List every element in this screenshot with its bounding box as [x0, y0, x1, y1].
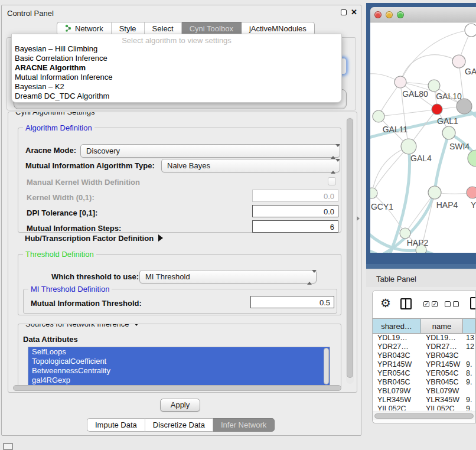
collapse-down-icon[interactable] — [133, 324, 140, 326]
network-node[interactable] — [370, 188, 377, 198]
network-node[interactable] — [468, 150, 476, 167]
network-edge — [379, 109, 437, 116]
list-item[interactable]: TopologicalCoefficient — [28, 357, 330, 366]
network-edge — [405, 193, 435, 233]
table-row[interactable]: YBL079WYBL079W — [373, 387, 475, 396]
network-node[interactable] — [373, 110, 384, 122]
data-attributes-label: Data Attributes — [23, 335, 78, 344]
manual-kernel-width-checkbox[interactable] — [328, 177, 336, 185]
network-node[interactable] — [467, 187, 476, 198]
docked-panel-icon[interactable] — [3, 443, 13, 450]
hub-definition-expander[interactable]: Hub/Transcription Factor Definition — [25, 233, 163, 243]
kernel-width-label: Kernel Width (0,1): — [27, 193, 94, 202]
dropdown-prompt: Select algorithm to view settings — [12, 34, 341, 44]
dpi-tolerance-label: DPI Tolerance [0,1]: — [27, 208, 97, 217]
node-label: GCY1 — [371, 202, 393, 211]
table-row[interactable]: YBR045CYBR045C9. — [373, 378, 475, 387]
aracne-mode-label: Aracne Mode: — [25, 146, 76, 155]
table-row[interactable]: YDR27…YDR27…12 — [373, 343, 475, 351]
expand-right-icon — [158, 234, 163, 242]
dropdown-item-basic-correlation[interactable]: Basic Correlation Inference — [12, 54, 341, 63]
network-node-selected[interactable] — [432, 104, 442, 115]
table-row[interactable]: YLR345WYLR345W9. — [373, 396, 475, 405]
table-row[interactable]: YDL19…YDL19…13 — [373, 334, 475, 343]
mi-algorithm-type-combo[interactable]: Naive Bayes — [161, 159, 340, 172]
deselect-all-checkbox-icon[interactable] — [453, 301, 459, 307]
column-header-shared-name[interactable]: shared… — [373, 319, 421, 333]
dropdown-item-bayesian-hill-climbing[interactable]: Bayesian – Hill Climbing — [12, 44, 341, 54]
column-header-name[interactable]: name — [421, 319, 463, 333]
mi-steps-label: Mutual Information Steps: — [27, 224, 121, 233]
gear-icon[interactable]: ⚙ — [380, 296, 391, 310]
aracne-mode-combo[interactable]: Discovery — [80, 144, 340, 158]
algorithm-definition-group: Algorithm Definition Aracne Mode: Discov… — [18, 128, 341, 233]
combo-stepper-icon — [331, 162, 336, 171]
network-node[interactable] — [401, 139, 416, 154]
close-traffic-light-icon[interactable] — [374, 11, 382, 18]
dpi-tolerance-field[interactable]: 0.0 — [252, 205, 338, 217]
network-canvas[interactable]: GAL GAL80 GAL10 GAL1 GAL11 GAL4 SWI4 HAP… — [370, 22, 476, 253]
column-header-partial[interactable] — [463, 319, 475, 333]
table-row[interactable]: YER054CYER054C8. — [373, 369, 475, 378]
settings-horizontal-scrollbar[interactable] — [12, 385, 344, 392]
table-row[interactable]: YIL052CYIL052C9. — [373, 405, 475, 410]
zoom-traffic-light-icon[interactable] — [397, 11, 404, 18]
network-node[interactable] — [428, 186, 441, 199]
table-body: YDL19…YDL19…13 YDR27…YDR27…12 YBR043CYBR… — [373, 334, 475, 410]
node-label: GAL11 — [383, 125, 408, 134]
dropdown-item-aracne[interactable]: ARACNE Algorithm — [12, 63, 341, 73]
close-icon[interactable]: ✕ — [351, 8, 357, 17]
table-row[interactable]: YBR043CYBR043C — [373, 351, 475, 360]
network-node[interactable] — [452, 55, 465, 68]
table-horizontal-scrollbar[interactable] — [373, 412, 475, 420]
network-edge — [435, 133, 449, 193]
list-item[interactable]: gal4RGexp — [28, 376, 330, 385]
network-view-window: GAL GAL80 GAL10 GAL1 GAL11 GAL4 SWI4 HAP… — [366, 3, 476, 269]
tab-discretize-data[interactable]: Discretize Data — [145, 418, 213, 432]
column-layout-icon[interactable] — [400, 298, 412, 309]
export-table-icon[interactable] — [470, 297, 476, 309]
dropdown-item-bayesian-k2[interactable]: Bayesian – K2 — [12, 82, 341, 92]
scrollbar-thumb[interactable] — [13, 385, 341, 391]
node-label: GAL — [465, 67, 476, 76]
mi-threshold-field[interactable]: 0.5 — [250, 296, 334, 308]
network-edge — [400, 55, 459, 82]
kernel-width-field[interactable]: 0.0 — [252, 190, 338, 202]
tab-infer-network[interactable]: Infer Network — [213, 418, 275, 432]
deselect-all-checkbox-icon[interactable] — [445, 301, 451, 307]
select-all-checkbox-icon[interactable]: ✓ — [423, 301, 429, 307]
which-threshold-combo[interactable]: MI Threshold — [139, 270, 317, 283]
mi-steps-field[interactable]: 6 — [252, 220, 338, 233]
minimize-traffic-light-icon[interactable] — [386, 11, 393, 18]
scrollbar-thumb[interactable] — [374, 413, 474, 419]
network-window-titlebar[interactable] — [370, 7, 476, 22]
window-frame-bottom — [366, 264, 476, 269]
node-label: GAL10 — [436, 92, 462, 101]
table-panel-titlebar: Table Panel — [366, 269, 476, 287]
table-row[interactable]: YPR145WYPR145W9. — [373, 360, 475, 369]
table-toolbar: ⚙ ✓ ✓ — [373, 291, 475, 318]
network-node[interactable] — [465, 24, 476, 37]
list-scrollbar[interactable] — [324, 348, 329, 384]
tab-impute-data[interactable]: Impute Data — [87, 418, 145, 432]
panel-splitter-handle[interactable] — [357, 216, 360, 221]
network-graph: GAL GAL80 GAL10 GAL1 GAL11 GAL4 SWI4 HAP… — [370, 22, 476, 253]
apply-button[interactable]: Apply — [160, 399, 200, 412]
node-label: GAL4 — [410, 154, 432, 163]
network-node[interactable] — [400, 228, 410, 239]
network-node[interactable] — [442, 126, 455, 139]
table-header-row: shared… name — [373, 318, 475, 334]
scrollbar-thumb[interactable] — [347, 118, 353, 378]
network-node[interactable] — [395, 76, 406, 88]
dropdown-item-dream8[interactable]: Dream8 DC_TDC Algorithm — [12, 92, 341, 101]
network-node[interactable] — [428, 80, 440, 92]
data-attributes-list[interactable]: SelfLoops TopologicalCoefficient Between… — [28, 347, 330, 386]
list-item[interactable]: SelfLoops — [28, 347, 330, 357]
control-panel-titlebar: Control Panel ✕ — [2, 5, 361, 21]
select-all-checkbox-icon[interactable]: ✓ — [432, 301, 438, 307]
float-window-icon[interactable] — [341, 9, 347, 15]
list-item[interactable]: BetweennessCentrality — [28, 366, 330, 376]
node-label: SWI4 — [449, 142, 470, 151]
dropdown-item-mutual-information[interactable]: Mutual Information Inference — [12, 73, 341, 82]
settings-vertical-scrollbar[interactable] — [346, 117, 354, 384]
